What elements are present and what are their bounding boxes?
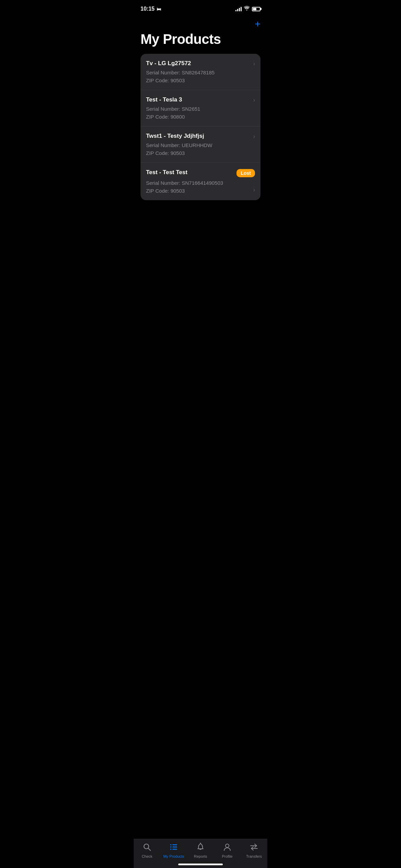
product-name: Test - Tesla 3	[146, 96, 253, 103]
product-item[interactable]: Twst1 - Testy Jdjhfjsj › Serial Number: …	[141, 126, 260, 163]
product-item[interactable]: Test - Tesla 3 › Serial Number: SN2651 Z…	[141, 90, 260, 126]
product-details: Serial Number: UEURHHDW ZIP Code: 90503	[146, 142, 255, 157]
status-icons	[235, 6, 260, 12]
zip-code: ZIP Code: 90503	[146, 187, 223, 195]
battery-icon	[252, 7, 260, 11]
chevron-right-icon: ›	[253, 97, 255, 103]
header: +	[134, 16, 267, 30]
product-header: Test - Test Test Lost	[146, 169, 255, 177]
products-list: Tv - LG Lg27572 › Serial Number: SN82647…	[141, 54, 260, 200]
serial-number: Serial Number: UEURHHDW	[146, 142, 255, 149]
signal-icon	[235, 7, 242, 11]
product-details: Serial Number: SN826478185 ZIP Code: 905…	[146, 69, 255, 84]
product-details: Serial Number: SN716641490503 ZIP Code: …	[146, 179, 255, 195]
product-header: Tv - LG Lg27572 ›	[146, 60, 255, 67]
zip-code: ZIP Code: 90800	[146, 113, 255, 121]
chevron-right-icon: ›	[253, 61, 255, 67]
status-time: 10:15 🛏	[141, 6, 161, 12]
bed-icon: 🛏	[157, 7, 161, 12]
product-header: Test - Tesla 3 ›	[146, 96, 255, 103]
chevron-right-icon: ›	[253, 133, 255, 140]
wifi-icon	[244, 6, 250, 12]
product-item[interactable]: Tv - LG Lg27572 › Serial Number: SN82647…	[141, 54, 260, 90]
lost-status-badge: Lost	[236, 169, 255, 177]
product-details: Serial Number: SN2651 ZIP Code: 90800	[146, 105, 255, 121]
product-name: Tv - LG Lg27572	[146, 60, 253, 67]
serial-number: Serial Number: SN716641490503	[146, 179, 223, 187]
add-product-button[interactable]: +	[255, 19, 260, 29]
product-name: Twst1 - Testy Jdjhfjsj	[146, 133, 253, 140]
chevron-right-icon: ›	[253, 186, 255, 194]
zip-code: ZIP Code: 90503	[146, 77, 255, 85]
product-header: Twst1 - Testy Jdjhfjsj ›	[146, 133, 255, 140]
status-bar: 10:15 🛏	[134, 0, 267, 16]
product-name: Test - Test Test	[146, 169, 234, 176]
serial-number: Serial Number: SN826478185	[146, 69, 255, 77]
product-item[interactable]: Test - Test Test Lost Serial Number: SN7…	[141, 163, 260, 200]
main-content: My Products Tv - LG Lg27572 › Serial Num…	[134, 30, 267, 234]
zip-code: ZIP Code: 90503	[146, 149, 255, 157]
page-title: My Products	[134, 30, 267, 54]
serial-number: Serial Number: SN2651	[146, 105, 255, 113]
